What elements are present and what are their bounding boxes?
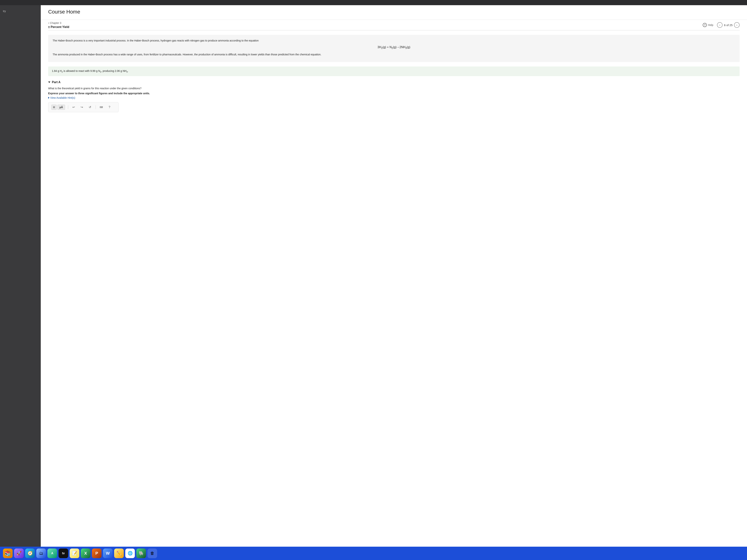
redo-icon: ↪ bbox=[81, 105, 83, 109]
chemical-equation: 3H2(g) + N2(g)→2NH3(g) bbox=[53, 45, 735, 50]
problem-content: The Haber-Bosch process is a very import… bbox=[41, 30, 747, 547]
dock-item-evernote[interactable]: 🐘 bbox=[136, 549, 146, 558]
part-a-toggle-icon bbox=[48, 81, 50, 83]
dock-item-launchpad[interactable]: 🚀 bbox=[14, 549, 24, 558]
intro-paragraph-2: The ammonia produced in the Haber-Bosch … bbox=[53, 52, 735, 56]
undo-button[interactable]: ↩ bbox=[71, 105, 76, 110]
dock-item-word[interactable]: W bbox=[103, 549, 113, 558]
prev-page-button[interactable]: ‹ bbox=[717, 22, 723, 28]
page-title: Course Home bbox=[48, 9, 740, 15]
section-title: ± Percent Yield bbox=[48, 25, 69, 29]
mu-label: μÅ bbox=[59, 106, 63, 109]
hint-link-text: View Available Hint(s) bbox=[50, 96, 75, 99]
hint-arrow-icon bbox=[48, 97, 49, 99]
grid-icon: ⊞ bbox=[53, 106, 55, 108]
reset-button[interactable]: ↺ bbox=[87, 105, 93, 110]
scenario-text: 1.84 g H2 is allowed to react with 9.99 … bbox=[52, 70, 128, 73]
answer-toolbar: ⊞ μÅ ↩ ↪ ↺ bbox=[48, 102, 119, 112]
dock-item-excel[interactable]: X bbox=[81, 549, 91, 558]
dock-item-appletv[interactable]: tv bbox=[58, 549, 68, 558]
help-button[interactable]: ? Help bbox=[703, 23, 713, 27]
help-icon: ? bbox=[703, 23, 707, 27]
breadcrumb: Chapter 3 ± Percent Yield bbox=[48, 21, 69, 29]
dock-item-maps[interactable]: A bbox=[47, 549, 57, 558]
mu-button[interactable]: μÅ bbox=[57, 105, 65, 110]
toolbar-help-button[interactable]: ? bbox=[107, 105, 112, 110]
question-text: What is the theoretical yield in grams f… bbox=[48, 86, 740, 90]
content-area: Course Home Chapter 3 ± Percent Yield ? … bbox=[41, 5, 747, 547]
keyboard-icon: ⌨ bbox=[100, 106, 103, 108]
chapter-link[interactable]: Chapter 3 bbox=[48, 21, 69, 25]
nav-row: Chapter 3 ± Percent Yield ? Help ‹ 6 of … bbox=[41, 20, 747, 30]
dock-item-pencil[interactable]: ✏️ bbox=[114, 549, 124, 558]
page-info: 6 of 25 bbox=[724, 24, 732, 27]
intro-paragraph-1: The Haber-Bosch process is a very import… bbox=[53, 38, 735, 43]
next-page-button[interactable]: › bbox=[734, 22, 740, 28]
dock-item-books[interactable]: 📚 bbox=[3, 549, 12, 558]
part-a-title: Part A bbox=[52, 81, 60, 84]
dock-item-finder[interactable]: 🗂 bbox=[36, 549, 46, 558]
grid-button[interactable]: ⊞ bbox=[51, 105, 57, 110]
part-a-section: Part A What is the theoretical yield in … bbox=[48, 81, 740, 112]
sidebar: try bbox=[0, 5, 41, 547]
part-a-header[interactable]: Part A bbox=[48, 81, 740, 84]
toolbar-sep-2 bbox=[96, 105, 96, 109]
problem-intro-box: The Haber-Bosch process is a very import… bbox=[48, 35, 740, 62]
right-controls: ? Help ‹ 6 of 25 › bbox=[703, 22, 740, 28]
scenario-box: 1.84 g H2 is allowed to react with 9.99 … bbox=[48, 66, 740, 76]
toolbar-help-label: ? bbox=[108, 106, 110, 109]
help-label: Help bbox=[708, 24, 713, 26]
pagination: ‹ 6 of 25 › bbox=[717, 22, 740, 28]
undo-icon: ↩ bbox=[73, 105, 75, 109]
keyboard-button[interactable]: ⌨ bbox=[99, 105, 104, 110]
toolbar-sep-1 bbox=[68, 105, 68, 109]
toolbar-format-group: ⊞ μÅ bbox=[51, 105, 65, 110]
dock-item-notes[interactable]: 📝 bbox=[70, 549, 79, 558]
reset-icon: ↺ bbox=[89, 105, 91, 109]
content-header: Course Home bbox=[41, 5, 747, 20]
sidebar-partial-text: try bbox=[0, 8, 41, 14]
hint-link[interactable]: View Available Hint(s) bbox=[48, 96, 740, 99]
answer-instruction: Express your answer to three significant… bbox=[48, 92, 740, 95]
redo-button[interactable]: ↪ bbox=[79, 105, 84, 110]
dock-item-safari[interactable]: 🧭 bbox=[25, 549, 35, 558]
dock-item-powerpoint[interactable]: P bbox=[92, 549, 102, 558]
dock: 📚 🚀 🧭 🗂 A tv 📝 X P W ✏️ 🌐 🐘 🗑 bbox=[0, 547, 747, 560]
dock-item-trash[interactable]: 🗑 bbox=[148, 549, 157, 558]
dock-item-chrome[interactable]: 🌐 bbox=[125, 549, 135, 558]
main-area: try Course Home Chapter 3 ± Percent Yiel… bbox=[0, 5, 747, 547]
top-bar bbox=[0, 0, 747, 5]
